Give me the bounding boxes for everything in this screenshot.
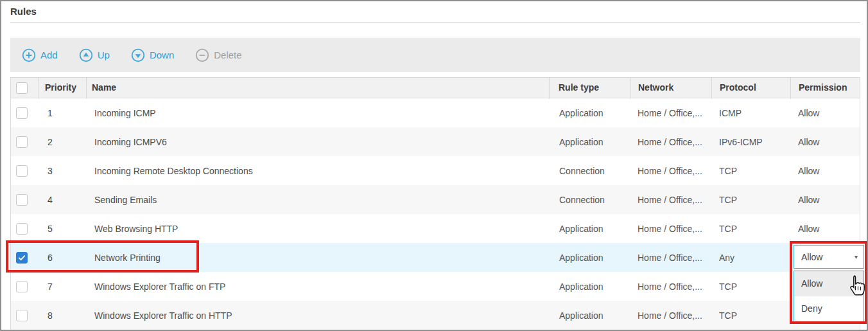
row-priority: 3 xyxy=(39,166,86,176)
chevron-down-icon: ▾ xyxy=(855,253,858,260)
row-checkbox-cell xyxy=(11,107,39,118)
row-permission: Allow xyxy=(790,224,861,234)
row-checkbox[interactable] xyxy=(16,165,28,177)
row-name: Web Browsing HTTP xyxy=(86,224,549,234)
row-rule-type: Application xyxy=(549,224,630,234)
row-checkbox-cell xyxy=(11,251,39,263)
row-rule-type: Application xyxy=(549,310,630,321)
row-network: Home / Office,... xyxy=(630,108,711,118)
up-button[interactable]: Up xyxy=(79,48,110,62)
row-network: Home / Office,... xyxy=(630,282,711,292)
row-protocol: TCP xyxy=(711,224,790,234)
row-name: Network Printing xyxy=(86,253,549,263)
row-priority: 6 xyxy=(39,253,86,263)
row-protocol: TCP xyxy=(711,310,790,321)
rules-table-body: 1Incoming ICMPApplicationHome / Office,.… xyxy=(10,98,860,330)
row-name: Windows Explorer Traffic on FTP xyxy=(86,282,549,292)
page-title: Rules xyxy=(10,6,37,17)
row-priority: 5 xyxy=(39,224,86,234)
header-protocol: Protocol xyxy=(711,78,790,99)
table-row[interactable]: 7Windows Explorer Traffic on FTPApplicat… xyxy=(10,272,860,301)
row-protocol: TCP xyxy=(711,195,790,205)
permission-select[interactable]: Allow ▾ xyxy=(794,245,864,269)
row-checkbox[interactable] xyxy=(16,281,28,292)
row-rule-type: Connection xyxy=(549,195,630,205)
rules-table: Priority Name Rule type Network Protocol… xyxy=(10,77,860,330)
plus-circle-icon xyxy=(22,48,36,62)
row-permission: Allow xyxy=(790,108,861,118)
header-rule-type: Rule type xyxy=(549,78,630,99)
rules-panel: Rules Add Up Down Delete Priority Name R… xyxy=(0,0,868,331)
rules-toolbar: Add Up Down Delete xyxy=(10,38,860,72)
down-button-label: Down xyxy=(150,49,174,60)
row-permission: Allow xyxy=(790,137,861,147)
row-checkbox-cell xyxy=(11,222,39,234)
row-network: Home / Office,... xyxy=(630,253,711,263)
row-rule-type: Application xyxy=(549,108,630,118)
row-priority: 7 xyxy=(39,282,86,292)
select-all-checkbox[interactable] xyxy=(16,82,28,94)
row-priority: 4 xyxy=(39,195,86,205)
header-network: Network xyxy=(630,78,711,99)
row-name: Incoming ICMP xyxy=(86,108,549,118)
row-checkbox[interactable] xyxy=(16,194,28,206)
row-permission: Allow xyxy=(790,166,861,176)
row-network: Home / Office,... xyxy=(630,310,711,321)
minus-circle-icon xyxy=(195,48,209,62)
row-checkbox[interactable] xyxy=(16,310,28,321)
row-network: Home / Office,... xyxy=(630,166,711,176)
table-row[interactable]: 5Web Browsing HTTPApplicationHome / Offi… xyxy=(10,214,860,243)
delete-button[interactable]: Delete xyxy=(195,48,241,62)
row-protocol: Any xyxy=(711,253,790,263)
row-checkbox[interactable] xyxy=(16,223,28,235)
row-protocol: TCP xyxy=(711,282,790,292)
row-name: Windows Explorer Traffic on HTTP xyxy=(86,310,549,321)
row-checkbox-cell xyxy=(11,193,39,205)
title-divider xyxy=(10,22,860,23)
table-header-row: Priority Name Rule type Network Protocol… xyxy=(10,77,860,98)
row-priority: 1 xyxy=(39,108,86,118)
row-checkbox[interactable] xyxy=(16,136,28,148)
up-button-label: Up xyxy=(98,49,110,60)
delete-button-label: Delete xyxy=(214,49,241,60)
row-network: Home / Office,... xyxy=(630,224,711,234)
header-name: Name xyxy=(86,78,549,99)
row-checkbox-cell xyxy=(11,280,39,292)
row-protocol: IPv6-ICMP xyxy=(711,137,790,147)
down-button[interactable]: Down xyxy=(131,48,174,62)
row-checkbox-cell xyxy=(11,165,39,176)
row-rule-type: Application xyxy=(549,137,630,147)
row-permission: Allow xyxy=(790,195,861,205)
table-row[interactable]: 1Incoming ICMPApplicationHome / Office,.… xyxy=(10,98,860,127)
permission-option-deny[interactable]: Deny xyxy=(794,296,864,321)
arrow-up-circle-icon xyxy=(79,48,93,62)
row-network: Home / Office,... xyxy=(630,137,711,147)
table-row[interactable]: 3Incoming Remote Desktop ConnectionsConn… xyxy=(10,156,860,185)
select-all-cell xyxy=(11,78,39,99)
row-protocol: ICMP xyxy=(711,108,790,118)
row-rule-type: Application xyxy=(549,253,630,263)
row-rule-type: Application xyxy=(549,282,630,292)
table-row[interactable]: 6Network PrintingApplicationHome / Offic… xyxy=(10,243,860,272)
table-row[interactable]: 8Windows Explorer Traffic on HTTPApplica… xyxy=(10,301,860,330)
permission-option-allow[interactable]: Allow xyxy=(794,271,864,296)
row-rule-type: Connection xyxy=(549,166,630,176)
row-checkbox-cell xyxy=(11,136,39,147)
table-row[interactable]: 2Incoming ICMPV6ApplicationHome / Office… xyxy=(10,127,860,156)
header-priority: Priority xyxy=(39,78,86,99)
add-button-label: Add xyxy=(40,49,58,60)
permission-select-value: Allow xyxy=(801,252,822,262)
row-protocol: TCP xyxy=(711,166,790,176)
row-checkbox[interactable] xyxy=(16,107,28,119)
row-priority: 8 xyxy=(39,310,86,321)
add-button[interactable]: Add xyxy=(22,48,58,62)
arrow-down-circle-icon xyxy=(131,48,145,62)
row-name: Sending Emails xyxy=(86,195,549,205)
table-row[interactable]: 4Sending EmailsConnectionHome / Office,.… xyxy=(10,185,860,214)
row-name: Incoming ICMPV6 xyxy=(86,137,549,147)
header-permission: Permission xyxy=(790,78,861,99)
row-checkbox-checked[interactable] xyxy=(16,252,28,264)
row-network: Home / Office,... xyxy=(630,195,711,205)
row-checkbox-cell xyxy=(11,309,39,321)
row-name: Incoming Remote Desktop Connections xyxy=(86,166,549,176)
